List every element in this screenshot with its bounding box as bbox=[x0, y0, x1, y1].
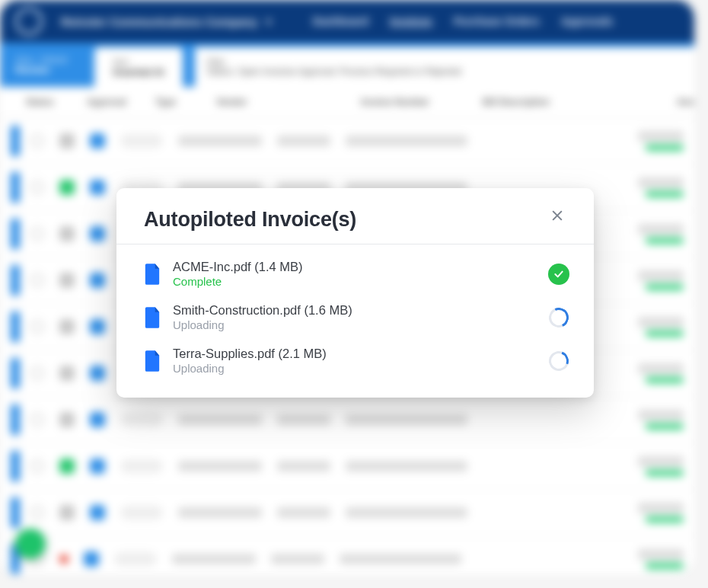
invoice-cell bbox=[277, 136, 330, 146]
upload-indicator bbox=[548, 264, 569, 285]
nav-purchase-orders[interactable]: Purchase Orders bbox=[454, 15, 540, 27]
close-icon bbox=[550, 208, 565, 223]
file-icon bbox=[144, 307, 161, 328]
nav-invoices[interactable]: Invoices bbox=[390, 15, 432, 27]
col-bill-description: Bill Description bbox=[483, 97, 635, 107]
view-value: Review bbox=[15, 64, 67, 75]
status-dot-icon bbox=[59, 554, 69, 564]
file-icon bbox=[144, 350, 161, 372]
table-row[interactable] bbox=[0, 397, 694, 443]
sort-value: Inserted At bbox=[113, 66, 164, 78]
nav-approvals[interactable]: Approvals bbox=[561, 15, 613, 27]
upload-indicator bbox=[548, 350, 569, 372]
col-type: Type bbox=[155, 97, 201, 107]
col-approval: Approval bbox=[87, 97, 140, 107]
filter-segment[interactable]: Filter Status: Open Invoices Approval: P… bbox=[195, 47, 694, 87]
table-row[interactable] bbox=[0, 118, 694, 165]
vendor-cell bbox=[178, 136, 262, 146]
modal-divider bbox=[116, 244, 594, 244]
type-badge bbox=[120, 134, 163, 148]
close-button[interactable] bbox=[545, 203, 569, 228]
file-row: Smith-Construction.pdf (1.6 MB) Uploadin… bbox=[144, 303, 569, 331]
amount-cell bbox=[638, 131, 684, 142]
sort-label: Sort bbox=[113, 57, 164, 66]
org-selector[interactable]: Reinster Communications Company ▾ bbox=[61, 14, 272, 29]
status-chip bbox=[59, 133, 75, 149]
autopilot-upload-modal: Autopiloted Invoice(s) ACME-Inc.pdf (1.4… bbox=[116, 188, 594, 398]
table-row[interactable] bbox=[0, 490, 694, 536]
spinner-icon bbox=[546, 305, 571, 330]
nav-dashboard[interactable]: Dashboard bbox=[313, 15, 368, 27]
logo-icon bbox=[15, 8, 43, 35]
row-handle[interactable] bbox=[11, 126, 20, 156]
sort-segment[interactable]: Sort Inserted At bbox=[94, 47, 182, 87]
desc-cell bbox=[346, 136, 467, 146]
col-status: Status bbox=[26, 97, 72, 107]
spinner-icon bbox=[546, 347, 572, 374]
file-status: Complete bbox=[173, 275, 303, 288]
primary-nav: Dashboard Invoices Purchase Orders Appro… bbox=[313, 15, 613, 27]
file-status: Uploading bbox=[173, 362, 327, 375]
org-name: Reinster Communications Company bbox=[61, 15, 257, 28]
check-circle-icon bbox=[548, 264, 569, 285]
file-row: Terra-Supplies.pdf (2.1 MB) Uploading bbox=[144, 347, 569, 375]
file-icon bbox=[144, 264, 161, 285]
view-segment[interactable]: View - Default Review bbox=[0, 43, 82, 87]
view-label: View - Default bbox=[15, 55, 67, 64]
upload-indicator bbox=[548, 307, 569, 328]
row-checkbox[interactable] bbox=[30, 134, 44, 148]
top-nav-bar: Reinster Communications Company ▾ Dashbo… bbox=[0, 0, 694, 43]
approval-chip bbox=[90, 133, 105, 149]
chevron-down-icon: ▾ bbox=[266, 15, 272, 28]
file-name: ACME-Inc.pdf (1.4 MB) bbox=[173, 260, 303, 274]
col-vendor: Vendor bbox=[216, 97, 346, 107]
file-row: ACME-Inc.pdf (1.4 MB) Complete bbox=[144, 260, 569, 288]
table-header: Status Approval Type Vendor Invoice Numb… bbox=[0, 87, 694, 118]
modal-title: Autopiloted Invoice(s) bbox=[144, 208, 356, 232]
table-row[interactable] bbox=[0, 443, 694, 490]
help-fab[interactable] bbox=[15, 529, 46, 559]
table-row[interactable] bbox=[0, 536, 694, 574]
file-name: Terra-Supplies.pdf (2.1 MB) bbox=[173, 347, 327, 361]
file-status: Uploading bbox=[173, 318, 352, 331]
filter-label: Filter bbox=[207, 57, 682, 66]
filter-value: Status: Open Invoices Approval: Process … bbox=[207, 66, 682, 77]
filter-bar: View - Default Review Sort Inserted At F… bbox=[0, 43, 694, 87]
file-name: Smith-Construction.pdf (1.6 MB) bbox=[173, 303, 352, 318]
col-amount: Amount bbox=[650, 97, 694, 107]
status-bar bbox=[646, 145, 684, 151]
col-invoice-number: Invoice Number bbox=[361, 97, 467, 107]
file-list: ACME-Inc.pdf (1.4 MB) Complete Smith-Con… bbox=[116, 248, 594, 398]
